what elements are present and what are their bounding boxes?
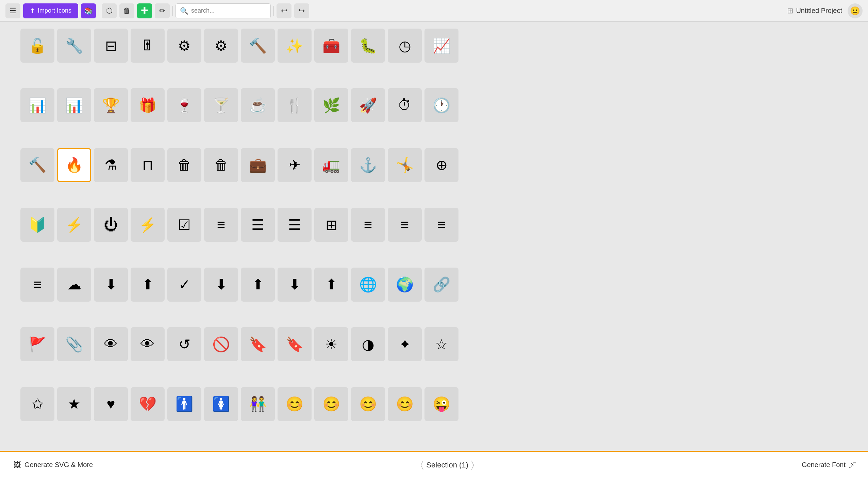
icon-cell[interactable]: ≡ — [351, 208, 385, 242]
next-arrow-button[interactable]: 〉 — [468, 459, 477, 471]
icon-cell[interactable]: ✓ — [167, 268, 201, 302]
generate-svg-button[interactable]: 🖼 Generate SVG & More — [14, 461, 93, 469]
icon-cell[interactable]: ☑ — [167, 208, 201, 242]
icon-cell[interactable]: ☆ — [424, 327, 458, 361]
icon-cell[interactable]: 👁 — [94, 327, 128, 361]
icon-cell[interactable]: ✈ — [278, 148, 312, 182]
select-tool-button[interactable]: ⬡ — [102, 3, 117, 18]
icon-cell[interactable]: 🌿 — [314, 88, 348, 122]
icon-cell[interactable]: 🍴 — [278, 88, 312, 122]
icon-cell[interactable]: ≡ — [424, 208, 458, 242]
icon-cell[interactable]: 🔥 — [57, 148, 91, 182]
icon-cell[interactable]: 🗑 — [204, 148, 238, 182]
icon-cell[interactable]: 🎚 — [131, 29, 165, 63]
icon-cell[interactable]: 🔓 — [20, 29, 54, 63]
icon-cell[interactable]: ⬆ — [314, 268, 348, 302]
icon-cell[interactable]: 🔖 — [278, 327, 312, 361]
icon-cell[interactable]: ≡ — [20, 268, 54, 302]
icon-cell[interactable]: ⏻ — [94, 208, 128, 242]
icon-cell[interactable]: 🏆 — [94, 88, 128, 122]
icon-cell[interactable]: 🐛 — [351, 29, 385, 63]
icon-cell[interactable]: ⚓ — [351, 148, 385, 182]
icon-cell[interactable]: 🔖 — [241, 327, 275, 361]
edit-button[interactable]: ✏ — [155, 3, 170, 18]
icon-cell[interactable]: 😊 — [351, 387, 385, 421]
icon-cell[interactable]: 🎁 — [131, 88, 165, 122]
undo-button[interactable]: ↩ — [277, 3, 291, 18]
icon-cell[interactable]: ⊟ — [94, 29, 128, 63]
redo-button[interactable]: ↪ — [294, 3, 309, 18]
icon-cell[interactable]: 🔨 — [241, 29, 275, 63]
icon-cell[interactable]: 😊 — [388, 387, 422, 421]
icon-cell[interactable]: 🌍 — [388, 268, 422, 302]
icon-cell[interactable]: ≡ — [388, 208, 422, 242]
icon-cell[interactable]: ⬆ — [131, 268, 165, 302]
icon-cell[interactable]: ⏱ — [388, 88, 422, 122]
prev-arrow-button[interactable]: 〈 — [418, 459, 426, 471]
icon-cell[interactable]: 😊 — [314, 387, 348, 421]
icon-cell[interactable]: 👁 — [131, 327, 165, 361]
icon-cell[interactable]: 🕐 — [424, 88, 458, 122]
icon-cell[interactable]: 🍷 — [167, 88, 201, 122]
icon-cell[interactable]: 👫 — [241, 387, 275, 421]
icon-cell[interactable]: 🗑 — [167, 148, 201, 182]
library-button[interactable]: 📚 — [81, 3, 96, 18]
icon-cell[interactable]: 📊 — [57, 88, 91, 122]
icon-grid: 🔓🔧⊟🎚⚙⚙🔨✨🧰🐛◷📈📊📊🏆🎁🍷🍸☕🍴🌿🚀⏱🕐🔨🔥⚗⊓🗑🗑💼✈🚛⚓🤸⊕🔰⚡⏻⚡… — [0, 22, 868, 451]
icon-cell[interactable]: ♥ — [94, 387, 128, 421]
icon-cell[interactable]: ⚡ — [131, 208, 165, 242]
icon-cell[interactable]: 🧰 — [314, 29, 348, 63]
icon-cell[interactable]: ✨ — [278, 29, 312, 63]
icon-cell[interactable]: 🚛 — [314, 148, 348, 182]
menu-button[interactable]: ☰ — [5, 3, 20, 18]
icon-cell[interactable]: 🚩 — [20, 327, 54, 361]
icon-cell[interactable]: ⬇ — [94, 268, 128, 302]
icon-cell[interactable]: 🚀 — [351, 88, 385, 122]
icon-cell[interactable]: ◑ — [351, 327, 385, 361]
icon-cell[interactable]: ⚙ — [167, 29, 201, 63]
icon-cell[interactable]: 😜 — [424, 387, 458, 421]
icon-cell[interactable]: ⬇ — [278, 268, 312, 302]
user-avatar[interactable]: 😐 — [848, 3, 863, 18]
icon-cell[interactable]: 💼 — [241, 148, 275, 182]
icon-cell[interactable]: ⚗ — [94, 148, 128, 182]
icon-cell[interactable]: ⚙ — [204, 29, 238, 63]
icon-cell[interactable]: ⊞ — [314, 208, 348, 242]
icon-cell[interactable]: 🚹 — [167, 387, 201, 421]
import-icons-button[interactable]: ⬆ Import Icons — [23, 3, 78, 18]
icon-cell[interactable]: 🔗 — [424, 268, 458, 302]
add-button[interactable]: ✚ — [137, 3, 152, 18]
icon-cell[interactable]: ⚡ — [57, 208, 91, 242]
icon-cell[interactable]: 📊 — [20, 88, 54, 122]
icon-cell[interactable]: ☁ — [57, 268, 91, 302]
icon-cell[interactable]: ⬇ — [204, 268, 238, 302]
icon-cell[interactable]: 🌐 — [351, 268, 385, 302]
search-input[interactable] — [191, 7, 266, 14]
icon-cell[interactable]: 🤸 — [388, 148, 422, 182]
icon-cell[interactable]: 📈 — [424, 29, 458, 63]
icon-cell[interactable]: ⊕ — [424, 148, 458, 182]
icon-cell[interactable]: ⊓ — [131, 148, 165, 182]
generate-font-button[interactable]: Generate Font 𝓕 — [802, 461, 854, 469]
icon-cell[interactable]: 💔 — [131, 387, 165, 421]
icon-cell[interactable]: ⬆ — [241, 268, 275, 302]
icon-cell[interactable]: ☰ — [278, 208, 312, 242]
icon-cell[interactable]: 🚫 — [204, 327, 238, 361]
icon-cell[interactable]: ✩ — [20, 387, 54, 421]
icon-cell[interactable]: ↺ — [167, 327, 201, 361]
icon-cell[interactable]: ◷ — [388, 29, 422, 63]
icon-cell[interactable]: ✦ — [388, 327, 422, 361]
icon-cell[interactable]: 🚺 — [204, 387, 238, 421]
icon-cell[interactable]: ★ — [57, 387, 91, 421]
icon-cell[interactable]: 🔨 — [20, 148, 54, 182]
icon-cell[interactable]: 📎 — [57, 327, 91, 361]
icon-cell[interactable]: 🔰 — [20, 208, 54, 242]
icon-cell[interactable]: 🍸 — [204, 88, 238, 122]
icon-cell[interactable]: 🔧 — [57, 29, 91, 63]
icon-cell[interactable]: 😊 — [278, 387, 312, 421]
icon-cell[interactable]: ☕ — [241, 88, 275, 122]
icon-cell[interactable]: ≡ — [204, 208, 238, 242]
icon-cell[interactable]: ☰ — [241, 208, 275, 242]
icon-cell[interactable]: ☀ — [314, 327, 348, 361]
delete-button[interactable]: 🗑 — [119, 3, 134, 18]
